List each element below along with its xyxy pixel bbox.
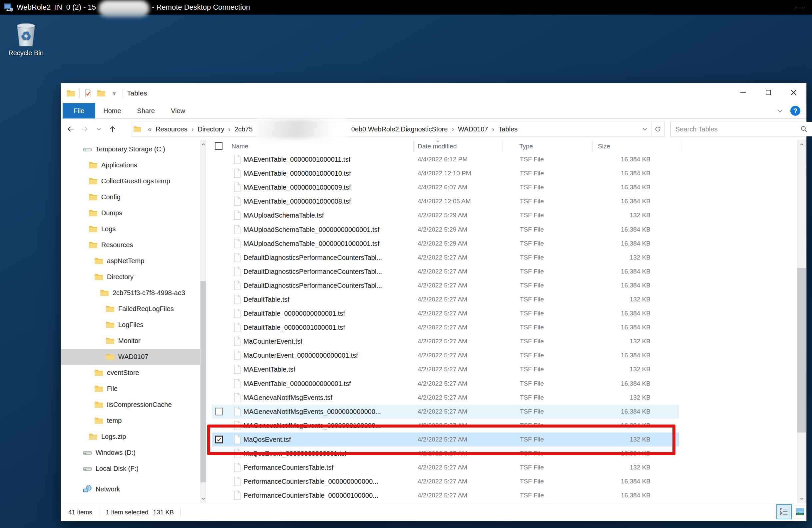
thumbnails-view-button[interactable] [794, 505, 806, 518]
ribbon-collapse-chevron-icon[interactable] [777, 107, 784, 115]
file-row[interactable]: DefaultDiagnosticsPerformanceCountersTab… [206, 251, 797, 265]
tab-view[interactable]: View [163, 103, 193, 118]
scroll-down-icon[interactable] [200, 494, 206, 503]
tree-item-applications[interactable]: Applications [61, 157, 200, 173]
tree-item-2cb751f3-c7f8-4998-ae3[interactable]: 2cb751f3-c7f8-4998-ae3 [61, 285, 200, 301]
tree-item-directory[interactable]: Directory [61, 269, 200, 285]
breadcrumb-segment[interactable]: Resources [156, 125, 188, 133]
file-row[interactable]: DefaultDiagnosticsPerformanceCountersTab… [206, 278, 797, 292]
tree-item-network[interactable]: Network [61, 481, 200, 497]
folder-icon[interactable] [97, 89, 105, 98]
tree-item-aspnettemp[interactable]: aspNetTemp [61, 253, 200, 269]
details-view-button[interactable] [777, 504, 792, 519]
breadcrumb-separator[interactable]: › [191, 125, 194, 133]
list-scrollbar[interactable] [797, 140, 806, 503]
file-row[interactable]: PerformanceCountersTable.tsf4/2/2022 5:2… [206, 461, 797, 474]
file-row[interactable]: DefaultTable_00000001000001.tsf4/2/2022 … [206, 320, 797, 334]
column-separator[interactable] [593, 141, 593, 152]
file-row[interactable]: MaQosEvent.tsf4/2/2022 5:27 AMTSF File13… [206, 433, 797, 447]
tree-scrollbar-thumb[interactable] [201, 281, 206, 482]
file-row[interactable]: PerformanceCountersTable_000000000000...… [206, 474, 797, 488]
breadcrumb-separator[interactable]: › [228, 125, 231, 133]
breadcrumb-segment[interactable]: 2cb750eb0.WebRole2.DiagnosticStore [234, 119, 448, 139]
row-checkbox[interactable] [215, 408, 223, 415]
row-checkbox[interactable] [215, 436, 223, 443]
file-row[interactable]: MAEventTable_00000001000008.tsf4/4/2022 … [206, 194, 797, 208]
tree-item-temp[interactable]: temp [61, 412, 200, 428]
file-row[interactable]: MAGenevaNotifMsgEvents_0000000000000...4… [206, 405, 797, 419]
file-row[interactable]: MAUploadSchemaTable_00000000000001.tsf4/… [206, 222, 797, 236]
file-row[interactable]: MAGenevaNotifMsgEvents.tsf4/2/2022 5:27 … [206, 391, 797, 405]
column-separator[interactable] [680, 141, 680, 152]
select-all-checkbox[interactable] [215, 142, 222, 150]
folder-icon[interactable] [66, 89, 75, 98]
search-input[interactable] [675, 125, 800, 133]
chevron-down-icon[interactable] [110, 89, 119, 98]
tab-home[interactable]: Home [95, 103, 129, 118]
tree-item-windows-d[interactable]: Windows (D:) [61, 444, 200, 461]
file-row[interactable]: DefaultTable_00000000000001.tsf4/2/2022 … [206, 306, 797, 320]
tree-item-logs[interactable]: Logs [61, 221, 200, 237]
tree-item-logs-zip[interactable]: Logs.zip [61, 428, 200, 444]
tab-share[interactable]: Share [129, 103, 163, 118]
tree-item-temporary-storage-c[interactable]: Temporary Storage (C:) [61, 141, 200, 157]
search-icon[interactable] [800, 125, 808, 133]
column-header-type[interactable]: Type [519, 143, 533, 150]
help-icon[interactable]: ? [791, 106, 800, 116]
file-row[interactable]: MAUploadSchemaTable.tsf4/2/2022 5:29 AMT… [206, 208, 797, 222]
tree-item-logfiles[interactable]: LogFiles [61, 317, 200, 333]
column-header-size[interactable]: Size [598, 143, 610, 150]
file-row[interactable]: MAEventTable_00000001000010.tsf4/4/2022 … [206, 166, 797, 180]
tree-item-resources[interactable]: Resources [61, 237, 200, 253]
tree-item-collectguestlogstemp[interactable]: CollectGuestLogsTemp [61, 173, 200, 189]
breadcrumb-overflow-chevron[interactable]: « [148, 125, 151, 133]
file-row[interactable]: MAUploadSchemaTable_00000001000001.tsf4/… [206, 237, 797, 251]
column-separator[interactable] [503, 141, 503, 152]
file-row[interactable]: DefaultTable.tsf4/2/2022 5:27 AMTSF File… [206, 292, 797, 306]
file-row[interactable]: MaCounterEvent.tsf4/2/2022 5:27 AMTSF Fi… [206, 334, 797, 348]
breadcrumb-segment[interactable]: WAD0107 [458, 125, 488, 133]
minimize-button[interactable] [730, 83, 756, 102]
rdp-minimize-button[interactable]: — [795, 0, 803, 15]
recent-locations-chevron-icon[interactable] [94, 125, 103, 133]
file-row[interactable]: MaQosEvent_00000000000001.tsf4/2/2022 5:… [206, 447, 797, 461]
breadcrumb-segment[interactable]: Tables [498, 125, 518, 133]
tree-item-file[interactable]: File [61, 381, 200, 396]
tab-file[interactable]: File [63, 103, 95, 118]
file-row[interactable]: MAEventTable_00000001000011.tsf4/4/2022 … [206, 152, 797, 166]
back-icon[interactable] [66, 125, 75, 133]
address-bar[interactable]: « Resources›Directory›2cb750eb0.WebRole2… [131, 122, 665, 136]
maximize-button[interactable] [756, 83, 781, 102]
tree-item-monitor[interactable]: Monitor [61, 333, 200, 349]
tree-item-dumps[interactable]: Dumps [61, 205, 200, 221]
tree-item-local-disk-f[interactable]: Local Disk (F:) [61, 461, 200, 477]
file-row[interactable]: MAEventTable_00000000000001.tsf4/2/2022 … [206, 377, 797, 391]
file-row[interactable]: MAEventTable.tsf4/2/2022 5:27 AMTSF File… [206, 362, 797, 376]
scroll-up-icon[interactable] [797, 140, 806, 149]
file-row[interactable]: PerformanceCountersTable_000000100000...… [206, 488, 797, 502]
tree-item-wad0107[interactable]: WAD0107 [61, 349, 200, 365]
tree-item-iiscompressioncache[interactable]: iisCompressionCache [61, 396, 200, 412]
refresh-icon[interactable] [651, 122, 664, 136]
doc-check-icon[interactable] [84, 89, 92, 98]
column-header-name[interactable]: Name [231, 143, 248, 150]
file-row[interactable]: MaCounterEvent_00000000000001.tsf4/2/202… [206, 348, 797, 362]
tree-item-eventstore[interactable]: eventStore [61, 365, 200, 381]
tree-scrollbar[interactable] [200, 140, 206, 503]
scroll-down-icon[interactable] [797, 494, 806, 503]
column-separator[interactable] [413, 141, 414, 152]
column-header-date-modified[interactable]: Date modified [418, 143, 456, 150]
file-row[interactable]: MAEventTable_00000001000009.tsf4/4/2022 … [206, 180, 797, 194]
up-icon[interactable] [108, 125, 117, 133]
tree-item-failedreqlogfiles[interactable]: FailedReqLogFiles [61, 301, 200, 317]
file-row[interactable]: MAGenevaNotifMsgEvents_0000000100000...4… [206, 419, 797, 433]
breadcrumb-segment[interactable]: Directory [198, 125, 224, 133]
breadcrumb-separator[interactable]: › [492, 125, 495, 133]
forward-icon[interactable] [80, 125, 89, 133]
list-scrollbar-thumb[interactable] [797, 268, 806, 433]
address-dropdown-chevron-icon[interactable] [638, 122, 651, 136]
tree-item-config[interactable]: Config [61, 189, 200, 205]
scroll-up-icon[interactable] [200, 140, 206, 149]
file-row[interactable]: DefaultDiagnosticsPerformanceCountersTab… [206, 265, 797, 278]
search-box[interactable] [670, 122, 812, 136]
